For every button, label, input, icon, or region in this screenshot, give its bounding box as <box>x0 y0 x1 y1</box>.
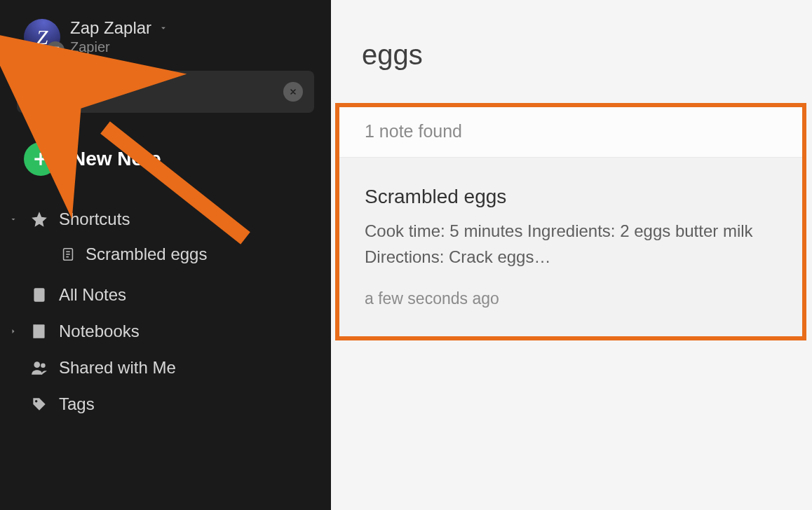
org-badge-icon <box>46 41 65 60</box>
new-note-label: New Note <box>72 148 161 170</box>
notes-icon <box>29 286 49 304</box>
chevron-right-icon[interactable] <box>7 327 20 336</box>
note-icon <box>60 247 76 262</box>
nav-label: Shortcuts <box>59 209 130 229</box>
people-icon <box>29 359 49 377</box>
avatar-initial: Z <box>36 25 48 49</box>
chevron-down-icon[interactable] <box>7 215 20 223</box>
account-switcher[interactable]: Z Zap Zaplar Zapier <box>0 14 331 71</box>
result-snippet: Cook time: 5 minutes Ingredients: 2 eggs… <box>365 218 771 270</box>
nav-label: Notebooks <box>59 322 140 341</box>
svg-rect-9 <box>33 324 35 338</box>
svg-rect-8 <box>35 324 45 338</box>
nav-notebooks[interactable]: Notebooks <box>0 313 331 350</box>
search-input[interactable] <box>28 81 283 103</box>
notebook-icon <box>29 322 49 340</box>
account-org: Zapier <box>70 39 168 55</box>
svg-rect-5 <box>36 291 43 293</box>
sidebar-nav: Shortcuts Scrambled eggs All Notes Noteb… <box>0 197 331 427</box>
nav-label: Shared with Me <box>59 358 176 378</box>
new-note-button[interactable]: New Note <box>0 113 331 197</box>
result-timestamp: a few seconds ago <box>365 289 777 308</box>
tag-icon <box>29 395 49 413</box>
plus-icon <box>24 142 57 176</box>
results-highlight-box: 1 note found Scrambled eggs Cook time: 5… <box>335 103 806 340</box>
svg-rect-6 <box>36 294 43 296</box>
result-item[interactable]: Scrambled eggs Cook time: 5 minutes Ingr… <box>339 158 802 336</box>
account-name: Zap Zaplar <box>70 18 151 38</box>
nav-tags[interactable]: Tags <box>0 386 331 422</box>
svg-point-10 <box>34 361 40 368</box>
star-icon <box>29 210 49 228</box>
results-count: 1 note found <box>339 107 802 158</box>
svg-rect-7 <box>36 297 40 298</box>
search-query-title: eggs <box>331 0 812 103</box>
nav-all-notes[interactable]: All Notes <box>0 277 331 313</box>
main-panel: eggs 1 note found Scrambled eggs Cook ti… <box>331 0 812 510</box>
nav-shortcuts[interactable]: Shortcuts <box>0 201 331 237</box>
chevron-down-icon <box>158 23 168 33</box>
text-cursor <box>72 81 73 103</box>
nav-label: Tags <box>59 394 95 414</box>
shortcut-item[interactable]: Scrambled eggs <box>0 237 331 277</box>
svg-point-11 <box>41 364 45 368</box>
nav-label: All Notes <box>59 285 126 305</box>
close-icon <box>289 88 297 96</box>
svg-point-12 <box>35 400 37 402</box>
sidebar: Z Zap Zaplar Zapier New Note <box>0 0 331 510</box>
clear-search-button[interactable] <box>283 82 303 102</box>
search-field[interactable] <box>17 71 314 113</box>
shortcut-label: Scrambled eggs <box>86 244 207 264</box>
result-title: Scrambled eggs <box>365 186 777 208</box>
avatar: Z <box>24 19 60 55</box>
nav-shared[interactable]: Shared with Me <box>0 350 331 386</box>
